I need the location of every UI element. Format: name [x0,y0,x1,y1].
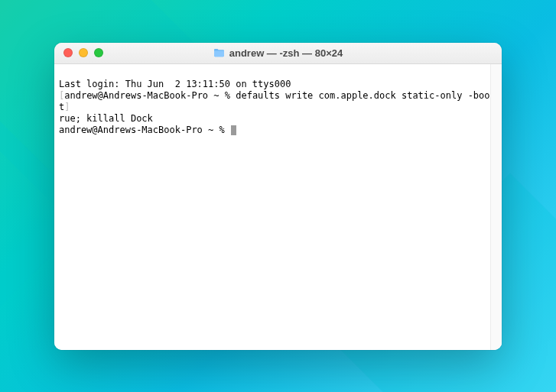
window-title-wrap: andrew — -zsh — 80×24 [54,47,502,59]
window-title: andrew — -zsh — 80×24 [229,47,343,59]
terminal-line-2: rue; killall Dock [59,113,497,125]
close-button[interactable] [63,48,73,57]
terminal-line-last-login: Last login: Thu Jun 2 13:11:50 on ttys00… [59,79,497,90]
home-folder-icon [213,48,225,57]
terminal-line-3: andrew@Andrews-MacBook-Pro ~ % [59,125,497,136]
titlebar[interactable]: andrew — -zsh — 80×24 [54,43,502,64]
command-text-part2: rue; killall Dock [59,113,153,124]
terminal-window: andrew — -zsh — 80×24 Last login: Thu Ju… [54,43,502,350]
prompt-text: andrew@Andrews-MacBook-Pro ~ % [64,90,236,101]
traffic-lights [54,48,103,57]
prompt-right-bracket: ] [64,102,70,112]
scrollbar[interactable] [490,64,502,350]
minimize-button[interactable] [79,48,88,57]
terminal-line-1: [andrew@Andrews-MacBook-Pro ~ % defaults… [59,90,497,113]
prompt-text: andrew@Andrews-MacBook-Pro ~ % [59,125,230,135]
maximize-button[interactable] [94,48,103,57]
terminal-body[interactable]: Last login: Thu Jun 2 13:11:50 on ttys00… [54,64,502,350]
cursor [231,125,236,135]
